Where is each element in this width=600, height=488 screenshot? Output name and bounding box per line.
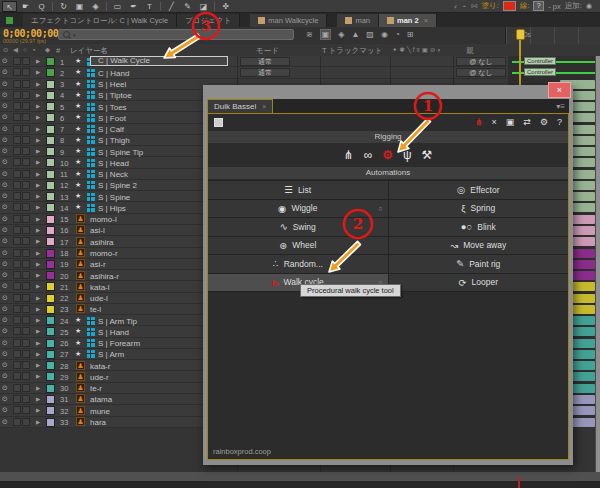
expand-arrow-icon[interactable]: ▶ [36, 317, 40, 323]
panel-tab[interactable]: man [337, 14, 379, 27]
layer-switch-cell[interactable] [13, 350, 21, 358]
workspace-icon[interactable]: ◐ [454, 3, 458, 10]
expand-arrow-icon[interactable]: ▶ [36, 328, 40, 334]
layer-color-swatch[interactable] [46, 192, 55, 201]
layer-switch-cell[interactable] [22, 170, 30, 178]
effector-button[interactable]: ◎Effector [389, 181, 569, 199]
expand-arrow-icon[interactable]: ▶ [36, 419, 40, 425]
layer-color-swatch[interactable] [46, 102, 55, 111]
hand-tool-icon[interactable]: ☛ [18, 1, 33, 12]
layer-name[interactable]: S | Spine [98, 193, 130, 202]
duik-panel-tab[interactable]: Duik Bassel × [207, 99, 273, 113]
layer-switch-cell[interactable] [13, 294, 21, 302]
layer-duration-bar[interactable]: Controller [524, 57, 556, 65]
visibility-eye-icon[interactable]: ⊙ [2, 395, 8, 403]
orbit-tool-icon[interactable]: ◈ [88, 1, 103, 12]
structures-icon[interactable]: ∞ [364, 148, 373, 162]
layer-switch-cell[interactable] [13, 249, 21, 257]
layer-switch-cell[interactable] [22, 271, 30, 279]
visibility-eye-icon[interactable]: ⊙ [2, 226, 8, 234]
exchange-icon[interactable]: ⇄ [523, 117, 531, 127]
expand-arrow-icon[interactable]: ▶ [36, 69, 40, 75]
layer-switch-cell[interactable] [22, 418, 30, 426]
layer-switch-cell[interactable] [22, 305, 30, 313]
frame-blend-icon[interactable]: ▨ [366, 30, 374, 39]
layer-switch-cell[interactable] [22, 316, 30, 324]
zoom-tool-icon[interactable]: Q [34, 1, 49, 12]
automations-icon[interactable]: ⚙ [382, 148, 393, 162]
expand-arrow-icon[interactable]: ▶ [36, 283, 40, 289]
move-away-button[interactable]: ↝Move away [389, 237, 569, 255]
layer-name[interactable]: atama [90, 395, 112, 404]
vertical-scrollbar[interactable] [595, 56, 600, 472]
layer-color-swatch[interactable] [46, 136, 55, 145]
layer-name[interactable]: ude-l [90, 294, 108, 303]
panel-tab[interactable]: エフェクトコントロール: C | Walk Cycle [23, 14, 177, 27]
layer-name[interactable]: asi-r [90, 260, 106, 269]
visibility-eye-icon[interactable]: ⊙ [2, 361, 8, 369]
expand-arrow-icon[interactable]: ▶ [36, 137, 40, 143]
layer-switch-cell[interactable] [22, 339, 30, 347]
expand-arrow-icon[interactable]: ▶ [36, 351, 40, 357]
layer-color-swatch[interactable] [46, 215, 55, 224]
layer-switch-cell[interactable] [13, 181, 21, 189]
layer-color-swatch[interactable] [46, 68, 55, 77]
layer-name[interactable]: S | Spine 2 [98, 181, 137, 190]
ik-icon[interactable]: ⋔ [344, 148, 354, 162]
layer-name[interactable]: S | Spine Tip [98, 148, 143, 157]
panel-tab[interactable]: プロジェクト [177, 14, 240, 27]
layer-switch-cell[interactable] [13, 136, 21, 144]
layer-switch-cell[interactable] [13, 147, 21, 155]
layer-name[interactable]: asihira [90, 238, 114, 247]
layer-switch-cell[interactable] [22, 102, 30, 110]
layer-color-swatch[interactable] [46, 80, 55, 89]
layer-name[interactable]: C | Hand [98, 69, 129, 78]
layer-switch-cell[interactable] [13, 372, 21, 380]
layer-switch-cell[interactable] [22, 147, 30, 155]
draft-3d-icon[interactable]: ◈ [338, 30, 344, 39]
motion-blur-icon[interactable]: ◉ [381, 30, 388, 39]
visibility-eye-icon[interactable]: ⊙ [2, 339, 8, 347]
layer-color-swatch[interactable] [46, 384, 55, 393]
expand-arrow-icon[interactable]: ▶ [36, 250, 40, 256]
hide-shy-icon[interactable]: ▲ [351, 30, 359, 39]
brush-tool-icon[interactable]: ✎ [180, 1, 195, 12]
layer-color-swatch[interactable] [46, 170, 55, 179]
layer-color-swatch[interactable] [46, 226, 55, 235]
visibility-eye-icon[interactable]: ⊙ [2, 192, 8, 200]
expand-arrow-icon[interactable]: ▶ [36, 204, 40, 210]
swing-button[interactable]: ∿Swing [208, 218, 388, 236]
expand-arrow-icon[interactable]: ▶ [36, 103, 40, 109]
visibility-eye-icon[interactable]: ⊙ [2, 147, 8, 155]
blink-button[interactable]: ●○Blink [389, 218, 569, 236]
parent-select[interactable]: @ なし [456, 57, 506, 66]
time-navigator-playhead[interactable] [518, 477, 520, 488]
layer-switch-cell[interactable] [13, 305, 21, 313]
stroke-value[interactable]: ? [533, 1, 544, 11]
visibility-eye-icon[interactable]: ⊙ [2, 170, 8, 178]
expand-arrow-icon[interactable]: ▶ [36, 126, 40, 132]
layer-switch-cell[interactable] [13, 170, 21, 178]
layer-switch-cell[interactable] [13, 125, 21, 133]
layer-color-swatch[interactable] [46, 305, 55, 314]
layer-switch-cell[interactable] [13, 327, 21, 335]
layer-switch-cell[interactable] [13, 260, 21, 268]
parent-column-label[interactable]: 親 [466, 46, 474, 56]
mini-flowchart-icon[interactable]: ≋ [306, 30, 313, 39]
layer-switch-cell[interactable] [22, 192, 30, 200]
layer-switch-cell[interactable] [22, 327, 30, 335]
blend-mode-select[interactable]: 通常 [240, 68, 290, 77]
visibility-eye-icon[interactable]: ⊙ [2, 249, 8, 257]
layer-switch-cell[interactable] [22, 158, 30, 166]
fill-color-swatch[interactable] [503, 1, 516, 11]
layer-switch-cell[interactable] [13, 237, 21, 245]
layer-name[interactable]: S | Tiptoe [98, 91, 132, 100]
graph-editor-icon[interactable]: ◔ [395, 30, 400, 39]
expand-arrow-icon[interactable]: ▶ [36, 272, 40, 278]
layer-name[interactable]: S | Head [98, 159, 129, 168]
rigging-bone-icon[interactable]: ⋔ [475, 117, 483, 127]
expand-arrow-icon[interactable]: ▶ [36, 306, 40, 312]
layer-switch-cell[interactable] [13, 406, 21, 414]
hourglass-icon[interactable]: × [492, 117, 497, 127]
layer-switch-cell[interactable] [22, 384, 30, 392]
